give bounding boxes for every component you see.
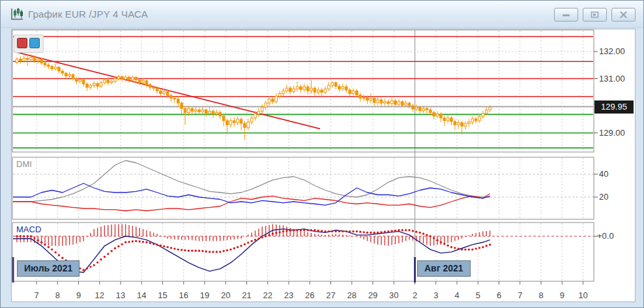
- x-axis-day-label: 12: [91, 290, 108, 300]
- month-marker-july: Июль 2021: [17, 260, 80, 277]
- x-axis-day-label: 9: [70, 290, 87, 300]
- macd-zero-tick: +0.0: [597, 231, 614, 241]
- x-axis-day-label: 6: [491, 290, 508, 300]
- x-axis-day-label: 21: [239, 290, 256, 300]
- x-axis-day-label: 29: [364, 290, 381, 300]
- x-axis-day-label: 8: [533, 290, 549, 300]
- x-axis-day-label: 14: [133, 290, 150, 300]
- y-axis-label-129: 129.00: [599, 128, 625, 138]
- blue-marker-button[interactable]: [29, 38, 40, 48]
- x-axis-day-label: 3: [428, 290, 445, 300]
- x-axis-day-label: 7: [512, 290, 529, 300]
- x-axis-day-label: 23: [280, 290, 297, 300]
- x-axis-day-label: 28: [344, 290, 360, 300]
- dmi-tick-40: 40: [599, 169, 608, 179]
- y-axis-label-131: 131.00: [599, 74, 625, 84]
- chart-canvas[interactable]: [1, 1, 644, 308]
- x-axis-day-label: 16: [175, 290, 192, 300]
- month-marker-august: Авг 2021: [417, 260, 471, 277]
- x-axis-day-label: 5: [469, 290, 486, 300]
- x-axis-day-label: 22: [259, 290, 276, 300]
- chart-toolbar: [14, 35, 44, 53]
- red-marker-button[interactable]: [17, 38, 27, 48]
- chart-client-area: 132.00 131.00 129.00 129.95 DMI 40 20 MA…: [1, 27, 644, 308]
- dmi-panel-label: DMI: [16, 159, 32, 169]
- x-axis-day-label: 15: [154, 290, 171, 300]
- x-axis-day-label: 7: [28, 290, 45, 300]
- x-axis-day-label: 27: [323, 290, 340, 300]
- macd-panel-label: MACD: [16, 224, 41, 234]
- y-axis-label-132: 132.00: [599, 46, 625, 56]
- x-axis-day-label: 2: [407, 290, 424, 300]
- x-axis: 7891213141516192021222326272829302345678…: [1, 290, 644, 303]
- x-axis-day-label: 10: [575, 290, 592, 300]
- x-axis-day-label: 8: [49, 290, 66, 300]
- x-axis-day-label: 19: [196, 290, 213, 300]
- chart-window: График EUR /JPY 4 ЧАСА 132.00 131.00 129…: [0, 0, 644, 308]
- dmi-tick-20: 20: [599, 192, 608, 202]
- x-axis-day-label: 30: [385, 290, 402, 300]
- x-axis-day-label: 4: [448, 290, 465, 300]
- x-axis-day-label: 26: [301, 290, 318, 300]
- x-axis-day-label: 20: [217, 290, 234, 300]
- current-price-badge: 129.95: [594, 100, 634, 114]
- x-axis-day-label: 13: [112, 290, 129, 300]
- x-axis-day-label: 9: [553, 290, 570, 300]
